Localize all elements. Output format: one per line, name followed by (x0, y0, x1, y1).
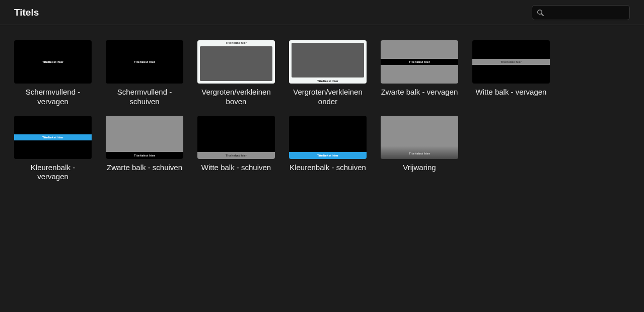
thumb-bar (14, 134, 92, 140)
title-item-label: Kleurenbalk - schuiven (289, 163, 367, 173)
title-item-blackbar-slide[interactable]: Titeltekst hierZwarte balk - schuiven (106, 116, 183, 182)
title-item-label: Zwarte balk - vervagen (381, 88, 458, 97)
search-icon (536, 9, 544, 17)
thumb-bar (381, 59, 458, 65)
title-thumbnail[interactable]: Titeltekst hier (106, 116, 183, 159)
title-item-label: Schermvullend - vervagen (14, 88, 92, 107)
title-item-whitebar-slide[interactable]: Titeltekst hierWitte balk - schuiven (197, 116, 275, 182)
thumb-placeholder-text: Titeltekst hier (14, 60, 92, 63)
thumb-placeholder-text: Titeltekst hier (381, 152, 458, 155)
title-item-colorbar-slide[interactable]: Titeltekst hierKleurenbalk - schuiven (289, 116, 367, 182)
thumb-inner (200, 46, 272, 81)
title-thumbnail[interactable]: Titeltekst hier (381, 40, 458, 84)
title-item-label: Witte balk - schuiven (197, 163, 275, 173)
title-thumbnail[interactable]: Titeltekst hier (197, 40, 275, 84)
titles-grid: Titeltekst hierSchermvullend - vervagenT… (0, 25, 644, 197)
thumb-bar (289, 152, 367, 159)
title-item-label: Witte balk - vervagen (472, 88, 550, 97)
title-thumbnail[interactable]: Titeltekst hier (197, 116, 275, 159)
title-item-label: Vergroten/verkleinen boven (197, 88, 275, 107)
title-thumbnail[interactable]: Titeltekst hier (14, 40, 92, 84)
title-item-colorbar-fade[interactable]: Titeltekst hierKleurenbalk - vervagen (14, 116, 92, 182)
page-title: Titels (14, 7, 39, 18)
title-thumbnail[interactable]: Titeltekst hier (14, 116, 92, 159)
thumb-bar (197, 152, 275, 159)
title-item-label: Kleurenbalk - vervagen (14, 163, 92, 182)
title-item-label: Zwarte balk - schuiven (106, 163, 183, 173)
title-item-label: Schermvullend - schuiven (106, 88, 183, 107)
thumb-bar (106, 152, 183, 159)
title-thumbnail[interactable]: Titeltekst hier (106, 40, 183, 84)
title-thumbnail[interactable]: Titeltekst hier (381, 116, 458, 159)
title-item-whitebar-fade[interactable]: Titeltekst hierWitte balk - vervagen (472, 40, 550, 107)
title-item-blackbar-fade[interactable]: Titeltekst hierZwarte balk - vervagen (381, 40, 458, 107)
svg-line-1 (542, 14, 544, 16)
thumb-placeholder-text: Titeltekst hier (197, 41, 275, 44)
title-item-scale-bottom[interactable]: Titeltekst hierVergroten/verkleinen onde… (289, 40, 367, 107)
thumb-bar (472, 59, 550, 65)
titles-header: Titels (0, 0, 644, 25)
title-item-fullscreen-fade[interactable]: Titeltekst hierSchermvullend - vervagen (14, 40, 92, 107)
title-item-fullscreen-slide[interactable]: Titeltekst hierSchermvullend - schuiven (106, 40, 183, 107)
title-item-scale-top[interactable]: Titeltekst hierVergroten/verkleinen bove… (197, 40, 275, 107)
thumb-placeholder-text: Titeltekst hier (106, 60, 183, 63)
title-item-disclaimer[interactable]: Titeltekst hierVrijwaring (381, 116, 458, 182)
title-item-label: Vrijwaring (381, 163, 458, 173)
search-input[interactable] (547, 9, 632, 16)
title-thumbnail[interactable]: Titeltekst hier (289, 116, 367, 159)
search-box[interactable] (532, 5, 630, 20)
title-thumbnail[interactable]: Titeltekst hier (289, 40, 367, 84)
thumb-placeholder-text: Titeltekst hier (289, 80, 367, 83)
title-thumbnail[interactable]: Titeltekst hier (472, 40, 550, 84)
thumb-inner (292, 43, 364, 77)
title-item-label: Vergroten/verkleinen onder (289, 88, 367, 107)
